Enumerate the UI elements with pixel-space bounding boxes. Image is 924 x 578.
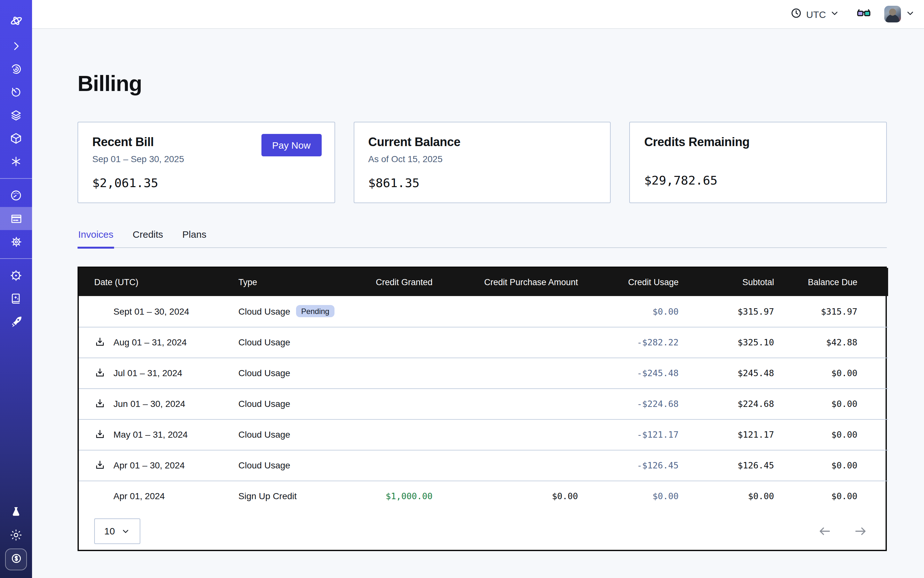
balance-due-value: $0.00 xyxy=(774,481,888,511)
column-header: Balance Due xyxy=(774,268,888,296)
sidebar-item-book-sparkles[interactable] xyxy=(0,287,32,310)
download-invoice-button[interactable] xyxy=(94,336,106,348)
summary-cards: Recent Bill Sep 01 – Sep 30, 2025 $2,061… xyxy=(78,122,887,203)
rocket-icon xyxy=(9,315,23,328)
page-size-value: 10 xyxy=(104,526,115,536)
download-invoice-button[interactable] xyxy=(94,367,106,379)
subtotal-value: $121.17 xyxy=(679,419,774,450)
credit-granted-value xyxy=(354,388,432,419)
table-row: Jun 01 – 30, 2024Cloud Usage-$224.68$224… xyxy=(79,388,888,419)
invoice-header-row: Date (UTC)TypeCredit GrantedCredit Purch… xyxy=(79,268,888,296)
page-title: Billing xyxy=(78,71,887,96)
subtotal-value: $126.45 xyxy=(679,450,774,481)
invoice-table-body: Sept 01 – 30, 2024Cloud UsagePending$0.0… xyxy=(79,296,888,511)
card-subtitle: As of Oct 15, 2025 xyxy=(368,154,596,164)
next-page-button[interactable] xyxy=(854,524,867,538)
subtotal-value: $325.10 xyxy=(679,327,774,357)
reader-glasses-icon[interactable] xyxy=(856,5,872,23)
dollar-badge-icon xyxy=(9,551,23,567)
page-size-select[interactable]: 10 xyxy=(94,518,140,544)
previous-page-button[interactable] xyxy=(818,524,832,538)
sidebar-item-flask[interactable] xyxy=(0,500,32,524)
download-icon xyxy=(94,459,106,471)
arrow-left-icon xyxy=(818,524,832,538)
sidebar-item-chevron-right[interactable] xyxy=(0,35,32,58)
sidebar-item-rocket[interactable] xyxy=(0,310,32,333)
invoice-type: Cloud Usage xyxy=(239,460,290,470)
balance-due-value: $0.00 xyxy=(774,357,888,388)
column-header: Credit Granted xyxy=(354,268,432,296)
sidebar-divider xyxy=(0,178,32,179)
subtotal-value: $224.68 xyxy=(679,388,774,419)
sun-icon xyxy=(10,529,23,541)
credit-usage-value: -$282.22 xyxy=(578,327,679,357)
sidebar-item-asterisk[interactable] xyxy=(0,150,32,173)
invoice-date: Jun 01 – 30, 2024 xyxy=(114,399,185,409)
download-invoice-button[interactable] xyxy=(94,459,106,471)
credits-remaining-amount: $29,782.65 xyxy=(644,173,718,187)
credit-purchase-value xyxy=(432,419,578,450)
sidebar-item-dollar-badge[interactable] xyxy=(5,549,27,570)
invoice-date: Apr 01 – 30, 2024 xyxy=(114,460,185,470)
subtotal-value: $315.97 xyxy=(679,296,774,327)
sidebar-item-sun[interactable] xyxy=(0,524,32,547)
download-invoice-button[interactable] xyxy=(94,398,106,409)
credit-granted-value xyxy=(354,357,432,388)
layers-icon xyxy=(10,109,23,122)
balance-due-value: $0.00 xyxy=(774,450,888,481)
sidebar-item-timer[interactable] xyxy=(0,81,32,104)
recent-bill-amount: $2,061.35 xyxy=(92,175,158,190)
download-icon xyxy=(94,429,106,440)
book-sparkles-icon xyxy=(10,292,23,305)
timezone-selector[interactable]: UTC xyxy=(790,7,840,21)
sidebar-item-helm[interactable] xyxy=(0,264,32,287)
table-row: Jul 01 – 31, 2024Cloud Usage-$245.48$245… xyxy=(79,357,888,388)
chevron-down-icon[interactable] xyxy=(905,8,915,20)
invoice-type: Cloud Usage xyxy=(239,306,290,317)
sidebar-item-spiral[interactable] xyxy=(0,58,32,81)
download-invoice-button[interactable] xyxy=(94,429,106,440)
table-row: Sept 01 – 30, 2024Cloud UsagePending$0.0… xyxy=(79,296,888,327)
chevron-right-icon xyxy=(10,40,23,52)
orbit-logo-icon xyxy=(9,13,23,28)
credit-purchase-value xyxy=(432,357,578,388)
sidebar-bottom-group xyxy=(0,500,32,578)
main-content: Billing Recent Bill Sep 01 – Sep 30, 202… xyxy=(32,29,924,578)
invoice-date: Jul 01 – 31, 2024 xyxy=(114,368,182,378)
balance-due-value: $0.00 xyxy=(774,388,888,419)
invoices-table: Date (UTC)TypeCredit GrantedCredit Purch… xyxy=(79,268,888,511)
pay-now-button[interactable]: Pay Now xyxy=(261,134,322,156)
tab-credits[interactable]: Credits xyxy=(132,229,164,247)
balance-due-value: $0.00 xyxy=(774,419,888,450)
gear-icon xyxy=(9,235,23,248)
invoice-type: Cloud Usage xyxy=(239,399,290,409)
sidebar-item-layers[interactable] xyxy=(0,104,32,127)
credit-purchase-value xyxy=(432,388,578,419)
billing-card-icon xyxy=(9,212,23,225)
download-icon xyxy=(94,336,106,348)
credit-usage-value: $0.00 xyxy=(578,481,679,511)
sidebar-item-gear[interactable] xyxy=(0,230,32,253)
arrow-right-icon xyxy=(854,524,867,538)
sidebar-logo[interactable] xyxy=(0,10,32,31)
tab-plans[interactable]: Plans xyxy=(182,229,207,247)
credit-purchase-value xyxy=(432,327,578,357)
credits-remaining-card: Credits Remaining $29,782.65 xyxy=(630,122,887,203)
credit-granted-value xyxy=(354,327,432,357)
timezone-label: UTC xyxy=(806,9,826,19)
sidebar-item-billing-card[interactable] xyxy=(0,207,32,230)
credit-granted-value xyxy=(354,450,432,481)
tabs: InvoicesCreditsPlans xyxy=(78,229,887,248)
download-icon xyxy=(94,398,106,409)
avatar[interactable] xyxy=(884,6,901,23)
download-icon xyxy=(94,367,106,379)
sidebar-item-gauge[interactable] xyxy=(0,184,32,207)
timer-icon xyxy=(10,86,23,99)
column-header: Subtotal xyxy=(679,268,774,296)
invoice-date: May 01 – 31, 2024 xyxy=(114,429,188,440)
current-balance-card: Current Balance As of Oct 15, 2025 $861.… xyxy=(353,122,611,203)
invoice-type: Cloud Usage xyxy=(239,368,290,378)
tab-invoices[interactable]: Invoices xyxy=(78,229,114,247)
column-header: Type xyxy=(239,268,354,296)
sidebar-item-cube[interactable] xyxy=(0,127,32,150)
